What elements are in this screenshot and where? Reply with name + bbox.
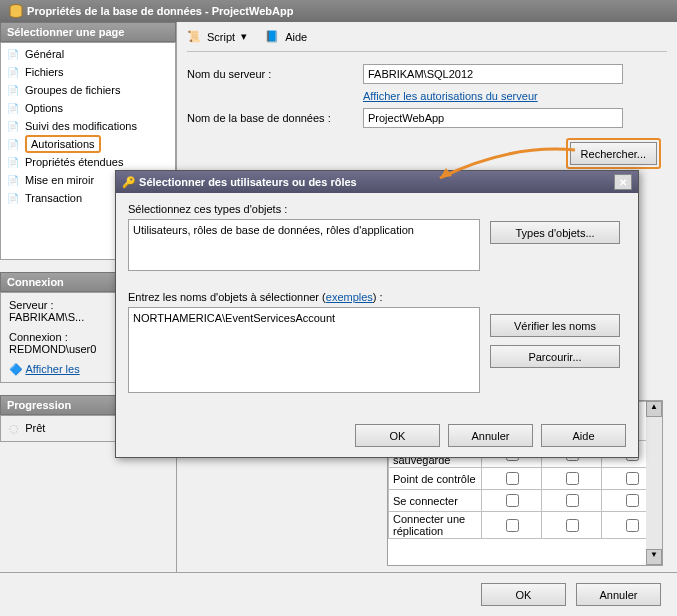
select-page-header: Sélectionner une page [0, 22, 176, 42]
tree-item-fichiers[interactable]: 📄Fichiers [1, 63, 175, 81]
dialog-titlebar: 🔑 Sélectionner des utilisateurs ou des r… [116, 171, 638, 193]
page-icon: 📄 [5, 154, 21, 170]
tree-item-options[interactable]: 📄Options [1, 99, 175, 117]
cancel-button[interactable]: Annuler [576, 583, 661, 606]
names-label: Entrez les noms d'objets à sélectionner … [128, 291, 480, 303]
table-row: Point de contrôle [389, 468, 662, 490]
view-server-perms-link[interactable]: Afficher les autorisations du serveur [363, 90, 538, 102]
page-icon: 📄 [5, 64, 21, 80]
page-icon: 📄 [5, 190, 21, 206]
page-icon: 📄 [5, 118, 21, 134]
select-users-dialog: 🔑 Sélectionner des utilisateurs ou des r… [115, 170, 639, 458]
browse-button[interactable]: Parcourir... [490, 345, 620, 368]
scroll-down-icon[interactable]: ▼ [646, 549, 662, 565]
dialog-ok-button[interactable]: OK [355, 424, 440, 447]
close-icon[interactable]: ✕ [614, 174, 632, 190]
search-button[interactable]: Rechercher... [570, 142, 657, 165]
progress-status: Prêt [25, 422, 45, 434]
ok-button[interactable]: OK [481, 583, 566, 606]
script-label[interactable]: Script [207, 31, 235, 43]
server-name-label: Nom du serveur : [187, 68, 355, 80]
dropdown-arrow-icon[interactable]: ▾ [241, 30, 247, 43]
dialog-cancel-button[interactable]: Annuler [448, 424, 533, 447]
page-icon: 📄 [5, 136, 21, 152]
object-types-button[interactable]: Types d'objets... [490, 221, 620, 244]
database-icon [8, 3, 24, 19]
tree-item-general[interactable]: 📄Général [1, 45, 175, 63]
tree-item-proprietes[interactable]: 📄Propriétés étendues [1, 153, 175, 171]
scroll-up-icon[interactable]: ▲ [646, 401, 662, 417]
page-icon: 📄 [5, 172, 21, 188]
page-icon: 📄 [5, 46, 21, 62]
perm-checkbox[interactable] [626, 519, 639, 532]
page-icon: 📄 [5, 82, 21, 98]
tree-item-groupes[interactable]: 📄Groupes de fichiers [1, 81, 175, 99]
server-props-icon: 🔷 [9, 363, 23, 375]
window-titlebar: Propriétés de la base de données - Proje… [0, 0, 677, 22]
perm-checkbox[interactable] [566, 519, 579, 532]
window-footer: OK Annuler [0, 572, 677, 616]
dialog-help-button[interactable]: Aide [541, 424, 626, 447]
perm-checkbox[interactable] [626, 472, 639, 485]
db-name-input[interactable] [363, 108, 623, 128]
object-names-input[interactable] [128, 307, 480, 393]
help-label[interactable]: Aide [285, 31, 307, 43]
check-names-button[interactable]: Vérifier les noms [490, 314, 620, 337]
table-row: Se connecter [389, 490, 662, 512]
page-icon: 📄 [5, 100, 21, 116]
perm-checkbox[interactable] [566, 472, 579, 485]
help-icon: 📘 [265, 30, 279, 43]
perm-checkbox[interactable] [506, 472, 519, 485]
perm-checkbox[interactable] [626, 494, 639, 507]
view-conn-props-link[interactable]: Afficher les [25, 363, 79, 375]
perm-checkbox[interactable] [506, 494, 519, 507]
server-name-input[interactable] [363, 64, 623, 84]
script-icon: 📜 [187, 30, 201, 43]
tree-item-autorisations[interactable]: 📄Autorisations [1, 135, 175, 153]
scrollbar[interactable]: ▲ ▼ [646, 401, 662, 565]
tree-item-suivi[interactable]: 📄Suivi des modifications [1, 117, 175, 135]
window-title: Propriétés de la base de données - Proje… [27, 5, 293, 17]
perm-checkbox[interactable] [506, 519, 519, 532]
db-name-label: Nom de la base de données : [187, 112, 355, 124]
examples-link[interactable]: exemples [326, 291, 373, 303]
object-types-box: Utilisateurs, rôles de base de données, … [128, 219, 480, 271]
progress-spinner-icon: ◌ [9, 422, 19, 434]
table-row: Connecter une réplication [389, 512, 662, 539]
key-icon: 🔑 [122, 176, 136, 188]
object-types-label: Sélectionnez ces types d'objets : [128, 203, 480, 215]
perm-checkbox[interactable] [566, 494, 579, 507]
